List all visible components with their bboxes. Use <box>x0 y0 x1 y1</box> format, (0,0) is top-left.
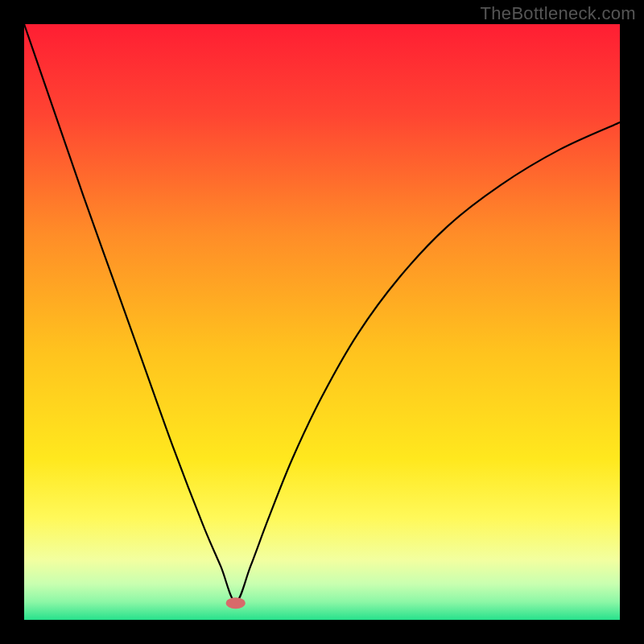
plot-area <box>24 24 620 620</box>
gradient-background <box>24 24 620 620</box>
marker-point <box>226 597 246 609</box>
chart-svg <box>24 24 620 620</box>
chart-frame: TheBottleneck.com <box>0 0 644 644</box>
watermark-text: TheBottleneck.com <box>481 3 636 24</box>
